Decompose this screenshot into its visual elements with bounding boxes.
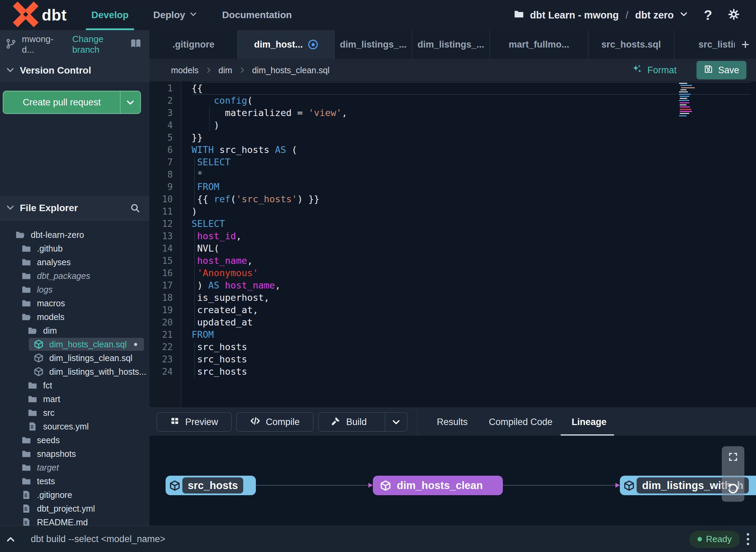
tree-item-label: tests [37, 476, 55, 486]
editor-tab-3[interactable]: dim_listings_... [412, 30, 490, 59]
build-button[interactable]: Build [318, 412, 407, 432]
tab-label: dim_listings_... [417, 39, 484, 50]
tree-item-snapshots[interactable]: snapshots [0, 447, 149, 461]
folder-icon [27, 380, 38, 390]
tree-item-dim[interactable]: dim [0, 324, 149, 337]
node-label: src_hosts [182, 477, 243, 493]
tree-item-dbt-project-yml[interactable]: dbt_project.yml [0, 502, 149, 515]
code-line-7: SELECT [192, 156, 756, 168]
compile-button[interactable]: Compile [236, 412, 313, 432]
tree-item-dbt-packages[interactable]: dbt_packages [0, 269, 149, 283]
hammer-icon [331, 416, 341, 428]
line-number-gutter: 123456789101112131415161718192021222324 [149, 81, 181, 408]
folder-icon [21, 257, 31, 267]
dbt-logo[interactable]: dbt [13, 2, 67, 28]
workspace: .gitignoredim_host...dim_listings_...dim… [149, 30, 756, 526]
kebab-menu-icon[interactable] [747, 533, 749, 545]
change-branch-link[interactable]: Change branch [72, 34, 130, 55]
line-number: 8 [149, 168, 181, 181]
minimap-mark [680, 98, 687, 99]
model-cube-icon [380, 480, 391, 491]
panel-tab-lineage[interactable]: Lineage [570, 408, 608, 436]
panel-tab-results[interactable]: Results [433, 408, 471, 436]
command-text[interactable]: dbt build --select <model_name> [31, 534, 165, 544]
tree-item-dbt-learn-zero[interactable]: dbt-learn-zero [0, 228, 149, 242]
tree-item-dim-listings-with-hosts-[interactable]: dim_listings_with_hosts... [0, 365, 149, 378]
editor-tab-1[interactable]: dim_host... [238, 30, 335, 59]
version-control-label: Version Control [20, 65, 91, 76]
tree-item--github[interactable]: .github [0, 242, 149, 255]
refresh-icon[interactable] [727, 482, 740, 496]
tree-item-seeds[interactable]: seeds [0, 433, 149, 447]
search-icon[interactable] [130, 203, 141, 214]
nav-menu: DevelopDeployDocumentation [67, 0, 292, 30]
tree-item-label: macros [37, 298, 65, 308]
tree-item-sources-yml[interactable]: sources.yml [0, 420, 149, 433]
tree-item-src[interactable]: src [0, 406, 149, 420]
tree-item-logs[interactable]: logs [0, 283, 149, 296]
lineage-node-dim_hosts_clean[interactable]: dim_hosts_clean [373, 476, 503, 495]
nav-item-deploy[interactable]: Deploy [153, 0, 197, 30]
model-cube-icon [167, 480, 182, 491]
file-explorer-header[interactable]: File Explorer [0, 196, 149, 220]
tree-item-dim-hosts-clean-sql[interactable]: dim_hosts_clean.sql [0, 337, 149, 351]
nav-right: dbt Learn - mwong / dbt zero ? [513, 8, 740, 23]
gear-icon[interactable] [728, 9, 740, 22]
tree-item-readme-md[interactable]: README.md [0, 515, 149, 526]
line-number: 23 [149, 353, 181, 365]
tree-item-dim-listings-clean-sql[interactable]: dim_listings_clean.sql [0, 351, 149, 365]
tree-item-mart[interactable]: mart [0, 392, 149, 406]
code-line-23: src_hosts [192, 353, 756, 365]
docs-book-icon[interactable] [130, 38, 142, 51]
tree-item-models[interactable]: models [0, 310, 149, 324]
brand-name: dbt [42, 6, 67, 24]
code-line-6: WITH src_hosts AS ( [192, 144, 756, 156]
tree-item-macros[interactable]: macros [0, 296, 149, 310]
save-icon [704, 64, 713, 76]
editor-tab-4[interactable]: mart_fullmo... [490, 30, 588, 59]
save-button[interactable]: Save [696, 61, 746, 79]
project-switcher[interactable]: dbt Learn - mwong / dbt zero [513, 9, 688, 22]
tree-item-label: dim_listings_with_hosts... [49, 367, 146, 377]
line-number: 13 [149, 230, 181, 242]
tree-item--gitignore[interactable]: .gitignore [0, 488, 149, 502]
nav-item-develop[interactable]: Develop [91, 0, 129, 30]
grid-icon [170, 416, 180, 428]
save-label: Save [718, 65, 739, 76]
tree-item-label: fct [43, 381, 52, 390]
new-tab-button[interactable] [735, 30, 756, 59]
editor-tab-2[interactable]: dim_listings_... [335, 30, 412, 59]
tree-item-tests[interactable]: tests [0, 474, 149, 488]
chevron-up-icon[interactable] [5, 534, 16, 544]
help-icon[interactable]: ? [704, 8, 712, 23]
build-options-caret[interactable] [385, 413, 407, 431]
code-editor[interactable]: 123456789101112131415161718192021222324 … [149, 81, 756, 408]
tab-label: dim_listings_... [340, 39, 406, 50]
folder-icon [27, 394, 38, 404]
file-tree: dbt-learn-zero.githubanalysesdbt_package… [0, 220, 149, 526]
editor-tab-5[interactable]: src_hosts.sql [588, 30, 674, 59]
create-pull-request-button[interactable]: Create pull request [3, 91, 141, 114]
tree-item-analyses[interactable]: analyses [0, 255, 149, 269]
tree-item-fct[interactable]: fct [0, 378, 149, 392]
editor-tabbar: .gitignoredim_host...dim_listings_...dim… [149, 30, 756, 59]
editor-tab-0[interactable]: .gitignore [149, 30, 238, 59]
line-number: 18 [149, 292, 181, 304]
panel-tab-compiled-code[interactable]: Compiled Code [488, 408, 553, 436]
create-pr-caret[interactable] [120, 91, 140, 113]
unsaved-indicator-icon [308, 40, 318, 49]
tree-item-label: snapshots [37, 449, 76, 459]
tree-item-target[interactable]: target [0, 461, 149, 474]
minimap-mark [680, 96, 689, 97]
tree-item-label: analyses [37, 257, 71, 267]
status-label: Ready [706, 534, 732, 544]
line-number: 17 [149, 279, 181, 292]
nav-item-documentation[interactable]: Documentation [222, 0, 292, 30]
preview-button[interactable]: Preview [157, 412, 232, 432]
code-line-2: config( [192, 94, 756, 107]
format-button[interactable]: Format [631, 64, 677, 77]
fullscreen-icon[interactable] [728, 452, 738, 463]
folder-icon [513, 9, 524, 22]
version-control-header[interactable]: Version Control [0, 59, 149, 82]
lineage-node-src_hosts[interactable]: src_hosts [166, 476, 256, 495]
